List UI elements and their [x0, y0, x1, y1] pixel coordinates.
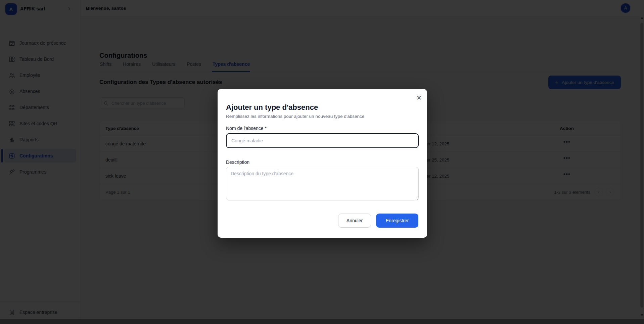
cancel-button[interactable]: Annuler [338, 214, 371, 228]
save-button[interactable]: Enregistrer [376, 214, 418, 228]
bottom-bar [0, 319, 644, 324]
modal-subtitle: Remplissez les informations pour ajouter… [226, 114, 364, 119]
description-field-label: Description [226, 159, 249, 165]
name-field-label: Nom de l'absence * [226, 126, 267, 131]
add-absence-type-modal: Ajouter un type d'absence Remplissez les… [218, 89, 427, 238]
modal-title: Ajouter un type d'absence [226, 103, 318, 112]
absence-description-textarea[interactable] [226, 167, 419, 200]
absence-name-input[interactable] [226, 133, 419, 148]
close-icon[interactable]: ✕ [414, 93, 424, 102]
app-window: A AFRIK sarl Journaux de présenceTableau… [0, 0, 644, 324]
